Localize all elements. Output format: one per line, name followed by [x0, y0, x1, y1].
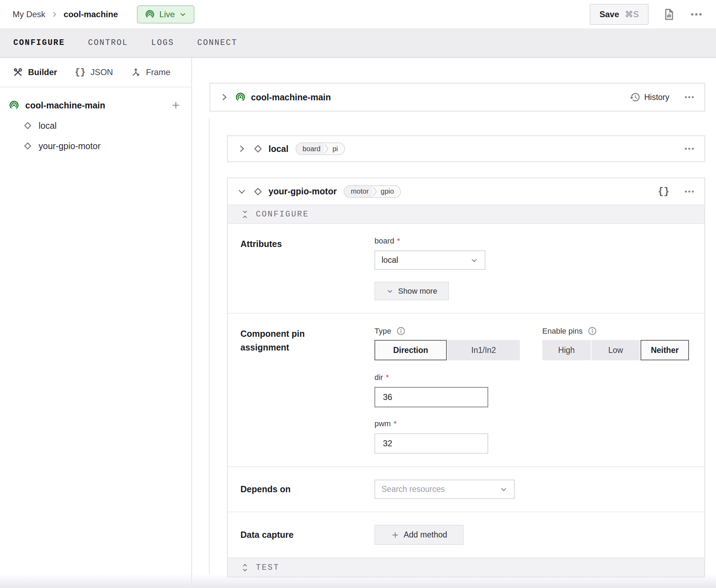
component-menu-button[interactable]	[683, 186, 695, 198]
save-shortcut: ⌘S	[625, 9, 639, 19]
enable-option-high[interactable]: High	[542, 340, 591, 360]
enable-pins-label: Enable pins	[542, 326, 689, 336]
history-button[interactable]: History	[629, 92, 669, 103]
add-component-button[interactable]	[171, 100, 181, 110]
tree-item-your-gpio-motor[interactable]: your-gpio-motor	[0, 136, 191, 156]
gpio-motor-card: your-gpio-motor motor gpio {}	[227, 178, 705, 577]
save-button[interactable]: Save ⌘S	[590, 4, 649, 25]
overflow-menu-button[interactable]	[689, 7, 703, 21]
component-menu-button[interactable]	[683, 143, 695, 155]
history-label: History	[644, 93, 669, 102]
show-more-label: Show more	[398, 287, 437, 296]
save-label: Save	[599, 9, 619, 19]
depends-on-select[interactable]: Search resources	[374, 480, 515, 499]
pwm-field: pwm *	[374, 419, 692, 454]
expand-chevron-right-icon[interactable]	[219, 92, 229, 102]
type-option-in1in2[interactable]: In1/In2	[447, 340, 520, 360]
view-json-label: JSON	[91, 67, 113, 77]
tree-item-local[interactable]: local	[0, 115, 191, 136]
machine-part-icon	[8, 100, 20, 111]
tab-control[interactable]: CONTROL	[88, 38, 128, 47]
chevron-down-icon	[386, 287, 394, 295]
machine-report-button[interactable]	[662, 7, 676, 21]
view-frame-label: Frame	[146, 67, 170, 77]
component-diamond-icon	[252, 143, 264, 154]
type-toggle: Direction In1/In2	[374, 340, 542, 360]
dir-pin-input[interactable]	[374, 387, 488, 407]
info-icon[interactable]	[588, 326, 597, 336]
pwm-pin-input[interactable]	[374, 433, 488, 454]
badge-type: motor	[344, 186, 372, 197]
tab-connect[interactable]: CONNECT	[197, 38, 237, 47]
tab-logs[interactable]: LOGS	[151, 38, 174, 47]
show-more-button[interactable]: Show more	[374, 282, 449, 300]
pin-assignment-row: Component pin assignment Type	[228, 313, 704, 466]
resource-tree: cool-machine-main local your	[0, 87, 191, 156]
machine-part-icon	[235, 92, 246, 103]
depends-on-heading: Depends on	[240, 482, 374, 496]
tree-item-label: local	[39, 121, 57, 131]
sidebar: Builder {} JSON Frame	[0, 58, 192, 588]
local-card-title: local	[268, 144, 289, 154]
dir-field-label: dir *	[374, 373, 692, 382]
braces-icon: {}	[75, 67, 86, 78]
add-method-label: Add method	[404, 530, 447, 540]
view-json-braces-button[interactable]: {}	[658, 186, 669, 197]
tab-configure[interactable]: CONFIGURE	[13, 38, 65, 47]
expand-section-icon	[240, 563, 250, 572]
component-diamond-icon	[22, 141, 33, 151]
tree-item-machine-part[interactable]: cool-machine-main	[0, 95, 191, 115]
component-diamond-icon	[252, 186, 264, 197]
part-menu-button[interactable]	[683, 91, 695, 103]
pin-assignment-heading: Component pin assignment	[240, 326, 374, 454]
machine-part-title: cool-machine-main	[251, 92, 331, 102]
breadcrumb-current: cool-machine	[64, 9, 118, 19]
breadcrumb-separator-icon	[51, 11, 58, 18]
expand-chevron-right-icon[interactable]	[237, 144, 247, 154]
broadcast-icon	[145, 9, 155, 20]
badge-model: pi	[329, 143, 344, 154]
breadcrumb-parent[interactable]: My Desk	[13, 9, 45, 19]
main-panel: cool-machine-main History	[192, 58, 716, 588]
enable-pins-toggle: High Low Neither	[542, 340, 689, 360]
enable-option-low[interactable]: Low	[591, 340, 640, 360]
test-section-bar[interactable]: TEST	[228, 557, 704, 577]
type-option-direction[interactable]: Direction	[374, 340, 447, 360]
chevron-down-icon	[179, 11, 187, 18]
attributes-heading: Attributes	[240, 236, 374, 300]
machine-part-card: cool-machine-main History	[210, 83, 705, 112]
enable-option-neither[interactable]: Neither	[641, 340, 689, 360]
view-builder-label: Builder	[28, 67, 57, 77]
ellipsis-icon	[683, 186, 695, 198]
ellipsis-icon	[689, 7, 703, 21]
type-label: Type	[374, 326, 542, 336]
required-asterisk: *	[397, 236, 400, 246]
view-switcher: Builder {} JSON Frame	[0, 58, 191, 87]
badge-type: board	[296, 143, 324, 154]
local-board-card: local board pi	[227, 135, 705, 162]
dir-field: dir *	[374, 373, 692, 407]
data-capture-row: Data capture Add method	[228, 512, 704, 557]
breadcrumb: My Desk cool-machine	[13, 9, 118, 19]
required-asterisk: *	[393, 419, 397, 428]
tab-bar: CONFIGURE CONTROL LOGS CONNECT	[0, 28, 716, 58]
pwm-field-label: pwm *	[374, 419, 692, 428]
tree-root-label: cool-machine-main	[25, 100, 105, 111]
view-frame[interactable]: Frame	[131, 67, 170, 78]
configure-section-bar[interactable]: CONFIGURE	[228, 205, 704, 224]
top-actions: Save ⌘S	[590, 4, 703, 25]
add-method-button[interactable]: Add method	[374, 525, 464, 545]
attributes-row: Attributes board * local	[228, 224, 704, 313]
info-icon[interactable]	[396, 326, 406, 336]
collapse-chevron-down-icon[interactable]	[237, 187, 247, 196]
ellipsis-icon	[683, 143, 695, 155]
view-json[interactable]: {} JSON	[75, 67, 113, 78]
depends-on-row: Depends on Search resources	[228, 466, 704, 512]
board-select[interactable]: local	[374, 250, 485, 270]
gpio-motor-card-header: your-gpio-motor motor gpio {}	[228, 178, 704, 205]
view-builder[interactable]: Builder	[13, 67, 57, 78]
required-asterisk: *	[386, 373, 389, 382]
configure-section-label: CONFIGURE	[256, 210, 309, 219]
live-status-button[interactable]: Live	[137, 5, 194, 24]
tools-icon	[13, 67, 23, 78]
